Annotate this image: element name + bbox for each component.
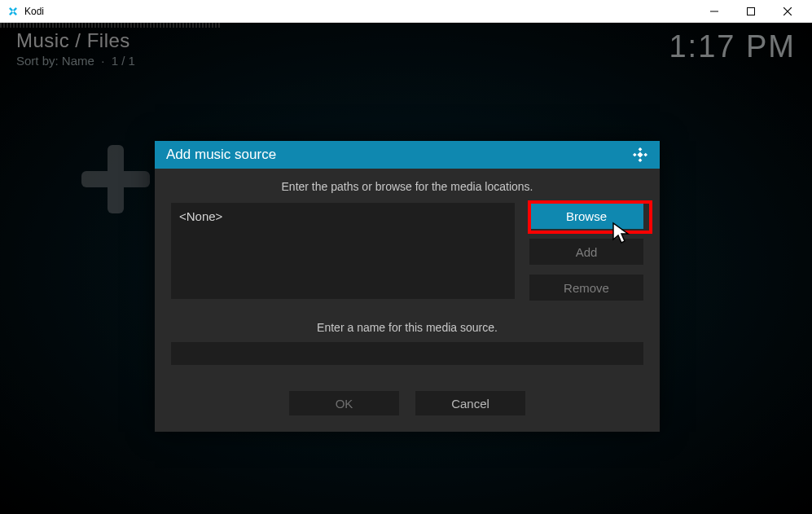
dialog-title: Add music source xyxy=(166,147,276,163)
remove-button-label: Remove xyxy=(564,281,609,295)
svg-rect-1 xyxy=(9,11,13,15)
paths-instruction: Enter the paths or browse for the media … xyxy=(171,177,643,203)
window-titlebar: Kodi xyxy=(0,0,812,23)
svg-rect-2 xyxy=(9,7,13,11)
svg-rect-11 xyxy=(643,153,647,157)
kodi-diamond-icon xyxy=(632,147,648,163)
svg-rect-9 xyxy=(639,158,643,162)
remove-button[interactable]: Remove xyxy=(529,275,643,301)
maximize-button[interactable] xyxy=(732,0,769,23)
path-item[interactable]: <None> xyxy=(179,209,507,223)
ok-button[interactable]: OK xyxy=(289,391,399,415)
close-button[interactable] xyxy=(769,0,805,23)
side-buttons: Browse Add Remove xyxy=(529,203,643,301)
kodi-logo-icon xyxy=(7,5,20,18)
browse-button-label: Browse xyxy=(566,209,607,223)
dialog-header: Add music source xyxy=(155,141,660,169)
svg-rect-12 xyxy=(637,152,643,157)
window-title: Kodi xyxy=(24,6,696,17)
add-button-label: Add xyxy=(576,245,598,259)
ok-button-label: OK xyxy=(336,397,353,411)
svg-rect-0 xyxy=(13,7,17,11)
dialog-body: Enter the paths or browse for the media … xyxy=(155,169,660,432)
add-button[interactable]: Add xyxy=(529,239,643,265)
cancel-button[interactable]: Cancel xyxy=(415,391,525,415)
svg-rect-5 xyxy=(747,7,754,15)
paths-row: <None> Browse Add Remove xyxy=(171,203,643,301)
name-instruction: Enter a name for this media source. xyxy=(171,321,643,334)
svg-rect-8 xyxy=(639,147,643,152)
source-name-input[interactable] xyxy=(171,342,643,365)
svg-rect-3 xyxy=(13,11,17,15)
minimize-button[interactable] xyxy=(696,0,732,23)
paths-listbox[interactable]: <None> xyxy=(171,203,515,299)
svg-rect-10 xyxy=(633,153,637,157)
browse-button[interactable]: Browse xyxy=(529,203,643,229)
cancel-button-label: Cancel xyxy=(451,397,489,411)
add-music-source-dialog: Add music source Enter the paths or brow… xyxy=(155,141,660,432)
dialog-bottom-buttons: OK Cancel xyxy=(171,391,643,415)
kodi-app: Music / Files Sort by: Name · 1 / 1 1:17… xyxy=(0,23,812,514)
